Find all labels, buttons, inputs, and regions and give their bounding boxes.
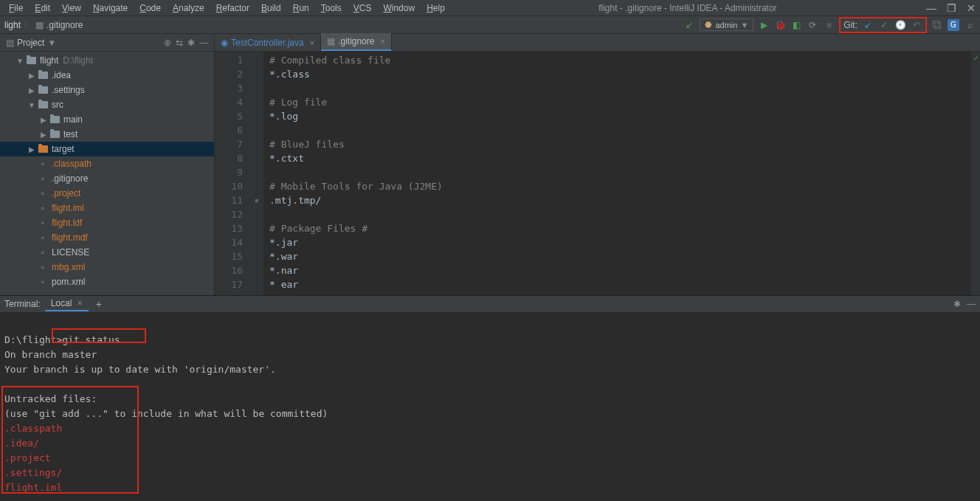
titlebar: FileEditViewNavigateCodeAnalyzeRefactorB… — [0, 0, 980, 16]
tree-label: mbg.xml — [52, 262, 85, 272]
git-revert-icon[interactable]: ↶ — [911, 19, 922, 31]
folder-icon — [37, 144, 49, 154]
search-icon[interactable]: ⌕ — [964, 19, 976, 31]
menu-file[interactable]: File — [4, 1, 27, 15]
terminal-line: flight.iml — [4, 480, 976, 495]
tree-item-flightmdf[interactable]: ▫flight.mdf — [0, 230, 214, 245]
close-icon[interactable]: × — [310, 38, 314, 47]
breadcrumb[interactable]: light 〉 ▦ .gitignore — [4, 18, 83, 31]
file-icon: ▫ — [37, 218, 49, 228]
tree-item-flightldf[interactable]: ▫flight.ldf — [0, 215, 214, 230]
terminal-line: Your branch is up to date with 'origin/m… — [4, 362, 976, 377]
file-icon: ▫ — [37, 247, 49, 258]
breadcrumb-project[interactable]: light — [4, 20, 21, 30]
menu-help[interactable]: Help — [422, 1, 449, 15]
debug-icon[interactable]: 🐞 — [774, 19, 786, 31]
terminal-add-tab[interactable]: + — [96, 298, 102, 310]
git-pull-icon[interactable]: ↙ — [862, 19, 874, 31]
tree-label: .classpath — [52, 159, 92, 169]
tree-item-idea[interactable]: ▶.idea — [0, 68, 214, 83]
tree-item-pomxml[interactable]: ▫pom.xml — [0, 274, 214, 289]
run-icon[interactable]: ▶ — [758, 19, 770, 31]
tree-item-main[interactable]: ▶main — [0, 112, 214, 127]
tree-item-flight[interactable]: ▼flightD:\flight — [0, 53, 214, 68]
ide-tool-icon[interactable]: ⿻ — [931, 19, 943, 31]
inspection-ok-icon: ✓ — [973, 53, 979, 63]
terminal-title: Terminal: — [4, 299, 41, 309]
menu-view[interactable]: View — [58, 1, 86, 15]
tree-label: flight.mdf — [52, 232, 88, 243]
highlight-untracked — [1, 386, 139, 494]
maximize-button[interactable]: ❐ — [947, 2, 956, 14]
tree-item-license[interactable]: ▫LICENSE — [0, 245, 214, 260]
tree-label: flight.iml — [52, 203, 84, 213]
tab-label: .gitignore — [338, 36, 374, 46]
editor-scrollbar[interactable] — [971, 52, 980, 295]
minimize-icon[interactable]: — — [967, 299, 976, 309]
highlight-command — [52, 328, 146, 343]
window-controls: — ❐ ✕ — [926, 2, 976, 14]
tree-item-test[interactable]: ▶test — [0, 127, 214, 142]
tree-item-src[interactable]: ▼src — [0, 97, 214, 112]
tree-item-project[interactable]: ▫.project — [0, 186, 214, 201]
menu-vcs[interactable]: VCS — [349, 1, 376, 15]
minimize-button[interactable]: — — [926, 2, 936, 14]
tree-item-classpath[interactable]: ▫.classpath — [0, 156, 214, 171]
project-tree[interactable]: ▼flightD:\flight▶.idea▶.settings▼src▶mai… — [0, 52, 214, 295]
menu-code[interactable]: Code — [135, 1, 165, 15]
terminal-line: Untracked files: — [4, 392, 976, 407]
breadcrumb-file[interactable]: .gitignore — [46, 20, 83, 30]
tree-item-flightiml[interactable]: ▫flight.iml — [0, 201, 214, 215]
gear-icon[interactable]: ✱ — [953, 299, 961, 309]
window-title: flight - .gitignore - IntelliJ IDEA - Ad… — [449, 3, 926, 13]
tab-testcontrollerjava[interactable]: ◉TestController.java× — [215, 35, 321, 51]
tree-item-settings[interactable]: ▶.settings — [0, 83, 214, 97]
profile-icon[interactable]: ⟳ — [807, 19, 818, 31]
tab-gitignore[interactable]: ▦.gitignore× — [321, 33, 392, 51]
menu-build[interactable]: Build — [257, 1, 286, 15]
run-config-dropdown[interactable]: ⬣ admin ▼ — [700, 18, 753, 31]
translate-icon[interactable]: G — [948, 19, 959, 31]
menu-run[interactable]: Run — [289, 1, 314, 15]
menu-tools[interactable]: Tools — [317, 1, 346, 15]
editor-panel: ◉TestController.java×▦.gitignore× 123456… — [215, 34, 980, 295]
tree-item-gitignore[interactable]: ▫.gitignore — [0, 171, 214, 186]
editor-code[interactable]: # Compiled class file *.class # Log file… — [263, 52, 971, 295]
menu-edit[interactable]: Edit — [30, 1, 55, 15]
coverage-icon[interactable]: ◧ — [790, 19, 802, 31]
menu-navigate[interactable]: Navigate — [89, 1, 132, 15]
terminal-line: On branch master — [4, 348, 976, 362]
folder-icon — [49, 114, 61, 125]
file-icon: ▦ — [327, 36, 335, 46]
close-button[interactable]: ✕ — [967, 2, 976, 14]
editor-body[interactable]: 1234567891011121314151617 ▪ # Compiled c… — [215, 52, 980, 295]
gear-icon[interactable]: ✱ — [187, 38, 195, 48]
tree-item-mbgxml[interactable]: ▫mbg.xml — [0, 260, 214, 274]
terminal-tab-local[interactable]: Local × — [45, 297, 89, 311]
editor-tabs: ◉TestController.java×▦.gitignore× — [215, 34, 980, 52]
close-icon[interactable]: × — [381, 37, 385, 46]
tree-label: LICENSE — [52, 247, 89, 258]
menu-refactor[interactable]: Refactor — [212, 1, 254, 15]
tree-item-target[interactable]: ▶target — [0, 142, 214, 156]
menu-analyze[interactable]: Analyze — [168, 1, 209, 15]
stop-icon[interactable]: ■ — [823, 19, 835, 31]
terminal-header: Terminal: Local × + ✱ — — [0, 296, 980, 312]
project-title: Project — [17, 38, 44, 48]
git-label: Git: — [843, 20, 858, 30]
tree-label: flight — [40, 55, 58, 66]
collapse-icon[interactable]: — — [199, 38, 208, 48]
file-icon: ▫ — [37, 262, 49, 272]
git-history-icon[interactable]: 🕘 — [894, 19, 906, 31]
build-icon[interactable]: ↙ — [683, 19, 695, 31]
tree-label: .idea — [52, 70, 71, 80]
tab-label: TestController.java — [231, 38, 304, 48]
menu-window[interactable]: Window — [379, 1, 419, 15]
terminal-body[interactable]: D:\flight>git statusOn branch masterYour… — [0, 312, 980, 501]
expand-icon[interactable]: ⇆ — [176, 38, 183, 48]
tree-label: .project — [52, 188, 80, 198]
git-commit-icon[interactable]: ✓ — [878, 19, 890, 31]
tree-label: flight.ldf — [52, 218, 82, 228]
project-panel-header: ▤ Project ▼ ⊕ ⇆ ✱ — — [0, 34, 214, 52]
target-icon[interactable]: ⊕ — [164, 38, 171, 48]
